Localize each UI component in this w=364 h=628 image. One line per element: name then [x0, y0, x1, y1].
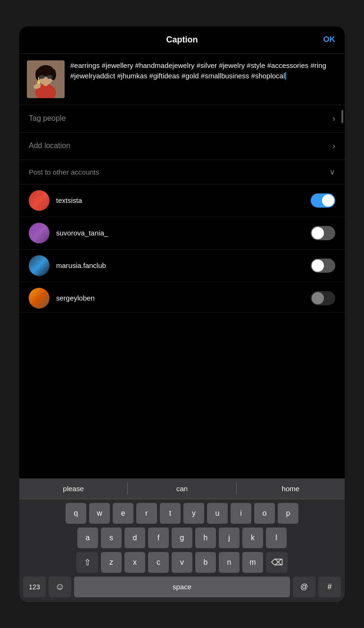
key-row-2: a s d f g h j k l	[21, 528, 343, 548]
add-location-label: Add location	[29, 142, 70, 150]
ok-button[interactable]: OK	[323, 35, 336, 44]
key-at[interactable]: @	[293, 577, 315, 597]
key-f[interactable]: f	[148, 528, 169, 548]
caption-area: #earrings #jewellery #handmadejewelry #s…	[19, 54, 345, 105]
text-cursor	[285, 72, 286, 80]
toggle-suvorova[interactable]	[311, 226, 335, 240]
delete-key[interactable]: ⌫	[266, 552, 288, 573]
key-n[interactable]: n	[219, 552, 240, 573]
toggle-sergey[interactable]	[311, 291, 335, 305]
key-x[interactable]: x	[124, 552, 145, 573]
key-p[interactable]: p	[278, 503, 298, 524]
modal: Caption OK	[19, 26, 345, 602]
key-o[interactable]: o	[254, 503, 275, 524]
post-other-title: Post to other accounts	[29, 168, 99, 176]
key-g[interactable]: g	[172, 528, 192, 548]
svg-point-11	[37, 81, 40, 84]
caption-text[interactable]: #earrings #jewellery #handmadejewelry #s…	[70, 60, 337, 98]
key-y[interactable]: y	[183, 503, 204, 524]
post-other-header[interactable]: Post to other accounts ∨	[29, 167, 335, 176]
add-location-chevron: ›	[332, 141, 335, 151]
caption-image	[27, 60, 65, 98]
key-d[interactable]: d	[124, 528, 145, 548]
key-123[interactable]: 123	[23, 577, 46, 597]
account-name-textsista: textsista	[56, 196, 311, 204]
key-e[interactable]: e	[113, 503, 133, 524]
accounts-list: textsista suvorova_tania_ marusia.fanclu…	[19, 184, 345, 313]
scroll-track	[341, 110, 343, 123]
tag-people-row[interactable]: Tag people ›	[19, 105, 345, 133]
toggle-knob-marusia	[312, 260, 324, 272]
suggestion-please[interactable]: please	[19, 478, 127, 499]
at-label: @	[300, 583, 308, 591]
svg-rect-7	[39, 75, 44, 79]
account-name-suvorova: suvorova_tania_	[56, 229, 311, 237]
shift-key[interactable]: ⇧	[76, 552, 98, 573]
tag-people-chevron: ›	[332, 114, 335, 124]
avatar-textsista	[29, 190, 50, 211]
toggle-knob-textsista	[322, 194, 334, 207]
key-i[interactable]: i	[231, 503, 251, 524]
key-emoji[interactable]: ☺	[49, 577, 71, 597]
key-hash[interactable]: #	[318, 577, 341, 597]
space-label: space	[173, 583, 191, 591]
account-row-marusia: marusia.fanclub	[19, 250, 345, 282]
key-k[interactable]: k	[242, 528, 263, 548]
key-r[interactable]: r	[136, 503, 157, 524]
emoji-icon: ☺	[55, 581, 65, 592]
account-name-marusia: marusia.fanclub	[56, 261, 311, 269]
key-h[interactable]: h	[195, 528, 216, 548]
header-title: Caption	[166, 35, 198, 45]
keyboard-rows: q w e r t y u i o p a s d f g	[19, 499, 345, 602]
key-v[interactable]: v	[172, 552, 192, 573]
suggestion-can[interactable]: can	[128, 478, 236, 499]
account-row-suvorova: suvorova_tania_	[19, 217, 345, 250]
delete-icon: ⌫	[271, 557, 283, 568]
keyboard-suggestions: please can home	[19, 478, 345, 499]
post-other-section: Post to other accounts ∨	[19, 160, 345, 184]
hash-label: #	[328, 583, 332, 591]
account-row-textsista: textsista	[19, 184, 345, 217]
key-s[interactable]: s	[101, 528, 122, 548]
key-space[interactable]: space	[74, 577, 290, 597]
key-j[interactable]: j	[219, 528, 240, 548]
keyboard: please can home q w e r t y u i o	[19, 478, 345, 602]
key-row-1: q w e r t y u i o p	[21, 503, 343, 524]
toggle-knob-suvorova	[312, 227, 324, 239]
avatar-suvorova	[29, 223, 50, 243]
avatar-sergey	[29, 288, 50, 309]
key-m[interactable]: m	[242, 552, 263, 573]
add-location-row[interactable]: Add location ›	[19, 133, 345, 160]
key-q[interactable]: q	[66, 503, 86, 524]
svg-rect-8	[47, 75, 53, 79]
toggle-textsista[interactable]	[311, 193, 335, 208]
post-other-chevron: ∨	[330, 167, 335, 176]
key-l[interactable]: l	[266, 528, 287, 548]
key-c[interactable]: c	[148, 552, 169, 573]
key-a[interactable]: a	[77, 528, 98, 548]
toggle-marusia[interactable]	[311, 259, 335, 273]
key-123-label: 123	[29, 583, 40, 591]
options-container: Tag people › Add location ›	[19, 105, 345, 160]
key-w[interactable]: w	[89, 503, 110, 524]
avatar-marusia	[29, 255, 50, 276]
shift-icon: ⇧	[84, 557, 91, 568]
suggestion-home[interactable]: home	[237, 478, 345, 499]
key-t[interactable]: t	[160, 503, 181, 524]
key-z[interactable]: z	[101, 552, 122, 573]
account-row-sergey: sergeyloben	[19, 282, 345, 313]
toggle-knob-sergey	[312, 292, 324, 304]
phone-container: Caption OK	[0, 0, 364, 628]
caption-image-placeholder	[27, 60, 65, 98]
key-row-3: ⇧ z x c v b n m ⌫	[21, 552, 343, 573]
avatar-image	[27, 60, 65, 98]
key-u[interactable]: u	[207, 503, 228, 524]
account-name-sergey: sergeyloben	[56, 294, 311, 302]
header: Caption OK	[19, 26, 345, 54]
key-row-bottom: 123 ☺ space @ #	[21, 577, 343, 597]
key-b[interactable]: b	[195, 552, 216, 573]
tag-people-label: Tag people	[29, 114, 66, 123]
